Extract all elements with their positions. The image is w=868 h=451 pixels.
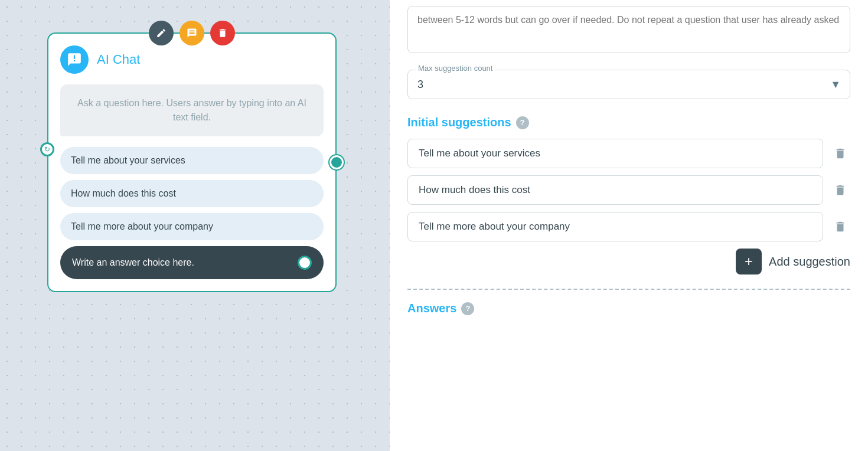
delete-suggestion-3-button[interactable]	[830, 217, 850, 237]
max-suggestion-wrapper: Max suggestion count 1 2 3 4 5 ▼	[407, 70, 850, 99]
suggestion-row-2	[407, 175, 850, 205]
add-suggestion-button[interactable]: +	[736, 249, 762, 274]
right-connector	[329, 155, 344, 169]
edit-button[interactable]	[149, 21, 174, 45]
canvas-area: ↻ AI Chat Ask a question here. Users ans…	[0, 0, 390, 451]
answers-help-icon[interactable]: ?	[461, 302, 474, 315]
widget-actions	[149, 21, 235, 45]
suggestion-btn-1[interactable]: Tell me about your services	[60, 147, 324, 174]
suggestion-input-3[interactable]	[407, 212, 823, 241]
answers-section: Answers ?	[407, 302, 850, 315]
answer-choice-label: Write an answer choice here.	[72, 257, 194, 268]
placeholder-text: Ask a question here. Users answer by typ…	[77, 98, 306, 122]
chat-bubble-placeholder: Ask a question here. Users answer by typ…	[60, 84, 324, 136]
add-suggestion-row: + Add suggestion	[407, 249, 850, 274]
widget-header: AI Chat	[60, 45, 324, 74]
section-divider	[407, 289, 850, 290]
dropdown-label: Max suggestion count	[416, 64, 495, 73]
initial-suggestions-title: Initial suggestions	[407, 116, 511, 129]
suggestion-input-1[interactable]	[407, 139, 823, 168]
system-prompt-textarea[interactable]	[407, 6, 850, 53]
suggestion-btn-2[interactable]: How much does this cost	[60, 180, 324, 207]
add-suggestion-label: Add suggestion	[769, 255, 850, 269]
widget-card: ↻ AI Chat Ask a question here. Users ans…	[47, 32, 337, 292]
initial-suggestions-help-icon[interactable]: ?	[516, 116, 529, 129]
widget-icon	[60, 45, 89, 74]
widget-title: AI Chat	[97, 52, 140, 67]
delete-suggestion-1-button[interactable]	[830, 143, 850, 164]
right-panel: Max suggestion count 1 2 3 4 5 ▼ Initial…	[390, 0, 868, 451]
delete-button[interactable]	[210, 21, 235, 45]
delete-suggestion-2-button[interactable]	[830, 180, 850, 200]
left-connector: ↻	[40, 142, 54, 156]
answer-choice-button[interactable]: Write an answer choice here.	[60, 246, 324, 279]
chat-button[interactable]	[180, 21, 204, 45]
max-suggestion-select[interactable]: 1 2 3 4 5	[407, 70, 850, 99]
answer-choice-dot	[298, 256, 312, 270]
suggestion-row-3	[407, 212, 850, 241]
suggestion-row-1	[407, 139, 850, 168]
answers-title: Answers	[407, 302, 456, 315]
suggestion-btn-3[interactable]: Tell me more about your company	[60, 213, 324, 240]
initial-suggestions-header: Initial suggestions ?	[407, 116, 850, 129]
suggestion-input-2[interactable]	[407, 175, 823, 205]
